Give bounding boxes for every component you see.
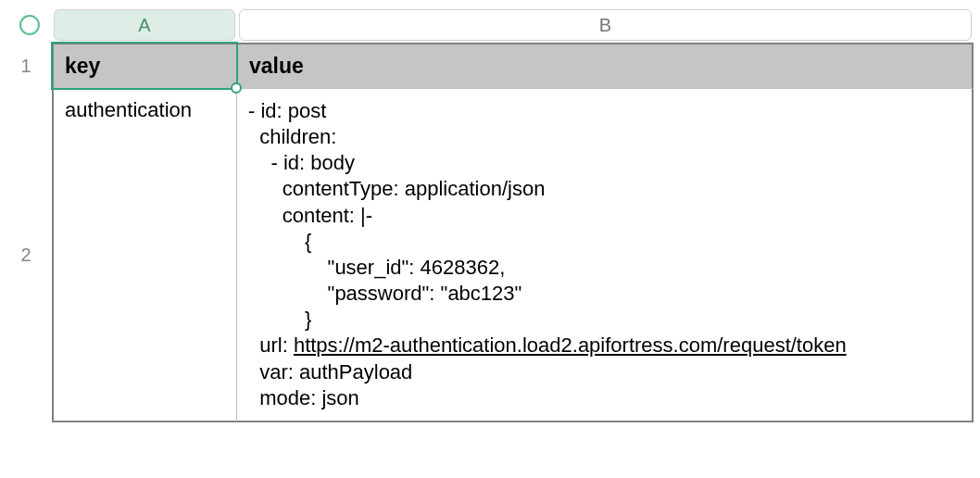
selection-fill-handle[interactable]: [231, 82, 242, 94]
row-number-2[interactable]: 2: [7, 89, 52, 422]
select-all-icon: [19, 15, 40, 35]
cell-B2[interactable]: - id: post children: - id: body contentT…: [237, 89, 974, 422]
cell-A1[interactable]: key: [52, 43, 237, 89]
cell-A2[interactable]: authentication: [52, 89, 237, 422]
select-all-corner[interactable]: [7, 7, 52, 43]
column-header-B[interactable]: B: [239, 9, 972, 41]
cell-A2-text: authentication: [65, 98, 192, 121]
spreadsheet-grid: A B 1 key value 2 authentication - id: p…: [7, 7, 973, 422]
url-link[interactable]: https://m2-authentication.load2.apifortr…: [294, 333, 847, 357]
cell-B1[interactable]: value: [237, 43, 974, 89]
row-number-1[interactable]: 1: [7, 43, 52, 89]
column-header-A[interactable]: A: [54, 9, 235, 41]
cell-B2-content: - id: post children: - id: body contentT…: [248, 98, 961, 411]
